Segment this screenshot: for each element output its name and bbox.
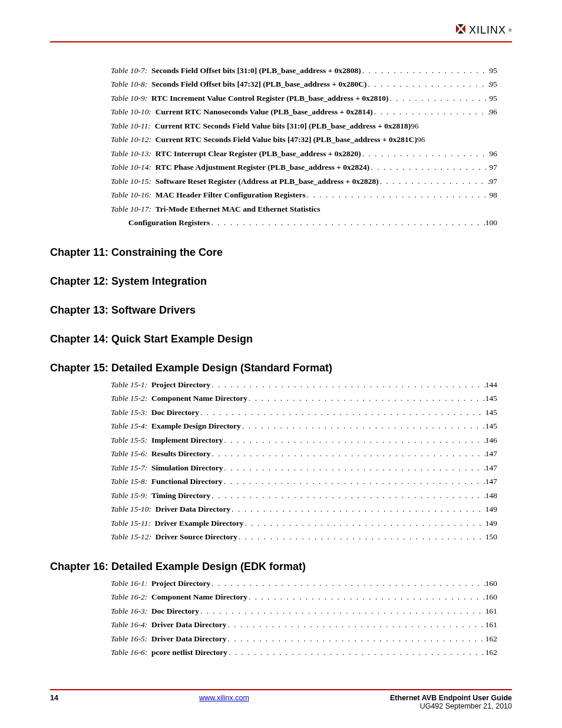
toc-entry[interactable]: Table 15-10: Driver Data Directory. . . …	[111, 502, 497, 516]
toc-dots: . . . . . . . . . . . . . . . . . . . . …	[199, 406, 485, 419]
footer-url-link[interactable]: www.xilinx.com	[199, 694, 249, 702]
toc-page-number: 145	[485, 419, 497, 433]
toc-page-number: 162	[485, 632, 497, 645]
toc-entry[interactable]: Table 15-4: Example Design Directory. . …	[111, 419, 497, 433]
toc-label: Table 10-14:	[111, 160, 156, 174]
toc-entry[interactable]: Table 10-14: RTC Phase Adjustment Regist…	[111, 160, 497, 174]
toc-page-number: 160	[485, 590, 497, 604]
toc-title: Driver Data Directory	[151, 632, 227, 645]
toc-title: RTC Interrupt Clear Register (PLB_base_a…	[156, 147, 361, 160]
chapter-heading[interactable]: Chapter 13: Software Drivers	[50, 304, 497, 317]
toc-dots: . . . . . . . . . . . . . . . . . . . . …	[227, 618, 485, 631]
toc-entry[interactable]: Table 10-15: Software Reset Register (Ad…	[111, 174, 497, 188]
chapter-heading[interactable]: Chapter 15: Detailed Example Design (Sta…	[50, 362, 497, 374]
toc-entry[interactable]: Table 16-2: Component Name Directory. . …	[111, 590, 497, 604]
toc-title: Seconds Field Offset bits [31:0] (PLB_ba…	[151, 64, 361, 77]
toc-entry[interactable]: Table 15-8: Functional Directory. . . . …	[111, 475, 497, 488]
toc-entry[interactable]: Table 10-8: Seconds Field Offset bits [4…	[111, 77, 497, 91]
toc-dots: . . . . . . . . . . . . . . . . . . . . …	[210, 489, 485, 502]
toc-label: Table 15-10:	[111, 502, 156, 516]
toc-dots: . . . . . . . . . . . . . . . . . . . . …	[237, 530, 485, 543]
toc-entry[interactable]: Table 15-7: Simulation Directory. . . . …	[111, 461, 497, 475]
toc-title: Software Reset Register (Address at PLB_…	[156, 174, 379, 188]
toc-label: Table 10-10:	[111, 105, 156, 118]
toc-title: Implement Directory	[151, 433, 223, 447]
toc-dots: . . . . . . . . . . . . . . . . . . . . …	[366, 77, 489, 91]
toc-entry[interactable]: Table 15-2: Component Name Directory. . …	[111, 391, 497, 405]
toc-label: Table 15-11:	[111, 516, 155, 530]
toc-page-number: 147	[485, 475, 497, 488]
toc-dots: . . . . . . . . . . . . . . . . . . . . …	[379, 174, 490, 188]
toc-page-number: 96	[490, 105, 498, 118]
toc-page-number: 147	[485, 461, 497, 475]
chapter-heading[interactable]: Chapter 11: Constraining the Core	[50, 246, 497, 259]
toc-page-number: 149	[485, 516, 497, 530]
page-number: 14	[50, 694, 58, 702]
toc-label: Table 15-7:	[111, 461, 151, 475]
toc-entry[interactable]: Table 15-6: Results Directory. . . . . .…	[111, 447, 497, 460]
toc-entry[interactable]: Table 15-11: Driver Example Directory. .…	[111, 516, 497, 530]
chapter-heading[interactable]: Chapter 14: Quick Start Example Design	[50, 333, 497, 345]
toc-title: Current RTC Seconds Field Value bits [47…	[156, 133, 417, 146]
toc-label: Table 16-5:	[111, 632, 151, 645]
toc-page-number: 97	[490, 174, 498, 188]
toc-entry[interactable]: Table 15-9: Timing Directory. . . . . . …	[111, 489, 497, 502]
toc-label: Table 10-17:	[111, 202, 156, 216]
toc-dots: . . . . . . . . . . . . . . . . . . . . …	[361, 147, 490, 160]
toc-entry[interactable]: Table 16-3: Doc Directory. . . . . . . .…	[111, 604, 497, 618]
toc-page-number: 96	[417, 133, 425, 146]
toc-entry[interactable]: Table 16-6: pcore netlist Directory. . .…	[111, 645, 497, 659]
toc-label: Table 10-16:	[111, 188, 156, 202]
toc-entry[interactable]: Table 10-13: RTC Interrupt Clear Registe…	[111, 147, 497, 160]
toc-entry[interactable]: Table 15-1: Project Directory. . . . . .…	[111, 378, 497, 391]
toc-dots: . . . . . . . . . . . . . . . . . . . . …	[306, 188, 490, 202]
toc-page-number: 95	[490, 64, 498, 77]
toc-entry[interactable]: Table 16-4: Driver Data Directory. . . .…	[111, 618, 497, 631]
toc-entry[interactable]: Table 16-1: Project Directory. . . . . .…	[111, 577, 497, 590]
toc-page-number: 96	[411, 119, 419, 133]
toc-entry[interactable]: Table 10-16: MAC Header Filter Configura…	[111, 188, 497, 202]
footer-doc-info: Ethernet AVB Endpoint User Guide UG492 S…	[390, 694, 512, 710]
toc-page-number: 95	[490, 77, 498, 91]
toc-dots: . . . . . . . . . . . . . . . . . . . . …	[227, 645, 485, 659]
toc-title: Component Name Directory	[151, 391, 247, 405]
table-of-contents: Table 10-7: Seconds Field Offset bits [3…	[50, 64, 512, 660]
toc-label: Table 15-9:	[111, 489, 151, 502]
toc-label: Table 15-8:	[111, 475, 151, 488]
toc-entry[interactable]: Table 15-3: Doc Directory. . . . . . . .…	[111, 406, 497, 419]
toc-page-number: 95	[490, 91, 498, 105]
toc-entry[interactable]: Table 10-9: RTC Increment Value Control …	[111, 91, 497, 105]
toc-entry[interactable]: Table 15-5: Implement Directory. . . . .…	[111, 433, 497, 447]
toc-entry-continuation[interactable]: Configuration Registers. . . . . . . . .…	[111, 216, 497, 229]
toc-page-number: 98	[490, 188, 498, 202]
toc-title: Current RTC Seconds Field Value bits [31…	[155, 119, 411, 133]
toc-page-number: 144	[485, 378, 497, 391]
toc-dots: . . . . . . . . . . . . . . . . . . . . …	[227, 632, 485, 645]
page-header: XILINX®	[50, 24, 512, 42]
toc-entry[interactable]: Table 10-11: Current RTC Seconds Field V…	[111, 119, 497, 133]
toc-page-number: 97	[490, 160, 498, 174]
toc-dots: . . . . . . . . . . . . . . . . . . . . …	[373, 105, 490, 118]
toc-label: Table 16-4:	[111, 618, 151, 631]
toc-entry[interactable]: Table 10-12: Current RTC Seconds Field V…	[111, 133, 497, 146]
toc-page-number: 148	[485, 489, 497, 502]
toc-entry[interactable]: Table 10-17: Tri-Mode Ethernet MAC and E…	[111, 202, 497, 216]
toc-title: pcore netlist Directory	[151, 645, 227, 659]
toc-title: Simulation Directory	[151, 461, 223, 475]
toc-title: Functional Directory	[151, 475, 223, 488]
toc-label: Table 10-12:	[111, 133, 156, 146]
toc-dots: . . . . . . . . . . . . . . . . . . . . …	[211, 447, 485, 460]
toc-title: Example Design Directory	[151, 419, 241, 433]
toc-page-number: 160	[485, 577, 497, 590]
toc-entry[interactable]: Table 10-7: Seconds Field Offset bits [3…	[111, 64, 497, 77]
toc-label: Table 15-4:	[111, 419, 151, 433]
toc-entry[interactable]: Table 16-5: Driver Data Directory. . . .…	[111, 632, 497, 645]
chapter-heading[interactable]: Chapter 12: System Integration	[50, 275, 497, 288]
toc-entry[interactable]: Table 15-12: Driver Source Directory. . …	[111, 530, 497, 543]
toc-title: Component Name Directory	[151, 590, 247, 604]
chapter-heading[interactable]: Chapter 16: Detailed Example Design (EDK…	[50, 561, 497, 573]
doc-subtitle: UG492 September 21, 2010	[390, 702, 512, 710]
toc-entry[interactable]: Table 10-10: Current RTC Nanoseconds Val…	[111, 105, 497, 118]
page-footer: 14 www.xilinx.com Ethernet AVB Endpoint …	[50, 689, 512, 710]
logo-text: XILINX	[469, 24, 506, 37]
